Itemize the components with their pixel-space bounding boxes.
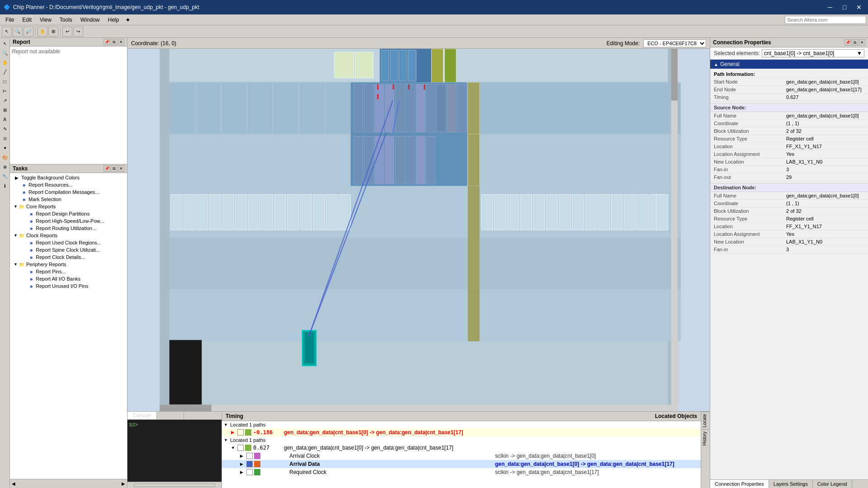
task-report-spine-clock[interactable]: ■ Report Spine Clock Utilizati... (10, 246, 127, 253)
tab-layers-settings[interactable]: Layers Settings (769, 480, 813, 488)
tb-hand[interactable]: ✋ (38, 27, 47, 37)
lt-route[interactable]: ╱ (0, 67, 9, 76)
lt-zoom[interactable]: 🔍 (0, 48, 9, 57)
console-tab[interactable]: Console (127, 412, 157, 419)
tb-redo[interactable]: ↪ (73, 27, 83, 37)
tab-color-legend[interactable]: Color Legend (813, 480, 852, 488)
menu-tools[interactable]: Tools (56, 16, 76, 24)
task-report-routing[interactable]: ■ Report Routing Utilization... (10, 225, 127, 232)
tb-undo[interactable]: ↩ (62, 27, 72, 37)
task-core-reports-folder[interactable]: ▼ 📁 Core Reports (10, 203, 127, 210)
general-section-header: ▲ General (710, 60, 868, 69)
timing-row-required-clock[interactable]: ▶ Required Clock sclkin -> gen_data:gen_… (222, 468, 701, 476)
tb-zoom-out[interactable]: 🔎 (24, 27, 33, 37)
tb-zoom-in[interactable]: 🔍 (13, 27, 23, 37)
task-report-clock-details[interactable]: ■ Report Clock Details... (10, 253, 127, 261)
chip-view[interactable] (127, 49, 710, 411)
timing-check-2[interactable] (237, 445, 244, 451)
lt-locate[interactable]: ⊕ (0, 162, 9, 171)
task-report-design-partitions[interactable]: ■ Report Design Partitions (10, 210, 127, 217)
task-mark-selection[interactable]: ■ Mark Selection (10, 196, 127, 203)
menu-edit[interactable]: Edit (19, 16, 35, 24)
timing-row-1[interactable]: ▶ -0.186 gen_data:gen_data|cnt_base1[0] … (222, 428, 701, 436)
search-input[interactable] (785, 16, 866, 24)
timing-row-2[interactable]: ▼ 0.627 gen_data:gen_data|cnt_base1[0] -… (222, 444, 701, 452)
tasks-scroll-left[interactable]: ◀ (12, 481, 15, 486)
svg-rect-71 (507, 194, 519, 230)
svg-rect-83 (656, 194, 668, 230)
clock-expand[interactable]: ▼ (14, 233, 18, 238)
lt-wire[interactable]: ⊢ (0, 86, 9, 95)
title-text: Chip Planner - D:/Document/Verilog/rgmii… (13, 4, 199, 10)
lt-measure[interactable]: ⊞ (0, 105, 9, 114)
editing-mode-select[interactable]: ECO - EP4CE6F17C8 (643, 39, 706, 47)
cp-float-btn[interactable]: ⧉ (852, 39, 858, 46)
tasks-scroll-right[interactable]: ▶ (122, 481, 125, 486)
history-tab[interactable]: History (157, 412, 184, 419)
tab-connection-properties[interactable]: Connection Properties (710, 480, 769, 488)
menu-view[interactable]: View (36, 16, 55, 24)
menu-window[interactable]: Window (77, 16, 104, 24)
lt-select[interactable]: ↖ (0, 39, 9, 48)
minimize-button[interactable]: ─ (825, 2, 835, 13)
task-report-compilation[interactable]: ■ Report Compilation Messages... (10, 188, 127, 196)
tasks-pin-btn[interactable]: 📌 (104, 165, 110, 172)
maximize-button[interactable]: □ (839, 2, 850, 13)
task-report-pins[interactable]: ■ Report Pins... (10, 268, 127, 275)
svg-rect-101 (671, 49, 678, 411)
periphery-expand[interactable]: ▼ (14, 262, 18, 267)
lt-highlight[interactable]: ✦ (0, 143, 9, 152)
cp-pin-btn[interactable]: 📌 (844, 39, 851, 46)
timing-section1[interactable]: ▼ Located 1 paths (222, 421, 701, 428)
task-report-all-io-banks[interactable]: ■ Report All I/O Banks (10, 275, 127, 282)
doc-icon-9: ■ (28, 254, 34, 260)
task-report-used-clock[interactable]: ■ Report Used Clock Regions... (10, 239, 127, 246)
timing-check-ac[interactable] (246, 453, 253, 459)
timing-row-arrival-data[interactable]: ▶ Arrival Data gen_data:gen_data|cnt_bas… (222, 460, 701, 468)
task-toggle-bg[interactable]: ▶ Toggle Background Colors (10, 174, 127, 181)
lt-color[interactable]: 🎨 (0, 153, 9, 162)
task-clock-reports-folder[interactable]: ▼ 📁 Clock Reports (10, 232, 127, 239)
report-float-btn[interactable]: ⧉ (111, 39, 117, 45)
lt-pan[interactable]: ✋ (0, 58, 9, 67)
svg-rect-61 (248, 194, 260, 230)
timing-row-arrival-clock[interactable]: ▶ Arrival Clock sclkin -> gen_data:gen_d… (222, 452, 701, 460)
task-report-high-speed[interactable]: ■ Report High-Speed/Low-Pow... (10, 217, 127, 225)
dest-node-header: Destination Node: (710, 183, 868, 192)
timing-check-1[interactable] (237, 429, 244, 436)
history-button[interactable]: History (701, 429, 710, 447)
core-expand[interactable]: ▼ (14, 204, 18, 209)
timing-check-rc[interactable] (246, 469, 253, 475)
svg-rect-31 (458, 84, 467, 132)
lt-place[interactable]: □ (0, 77, 9, 86)
lt-label[interactable]: A (0, 115, 9, 124)
timing-value: 0.627 (783, 94, 868, 101)
lt-edit[interactable]: ✎ (0, 124, 9, 133)
src-new-loc-value: LAB_X1_Y1_N0 (783, 158, 868, 166)
task-report-resources[interactable]: ■ Report Resources... (10, 181, 127, 188)
timing-section2[interactable]: ▼ Located 1 paths (222, 436, 701, 444)
dest-node-table: Full Name gen_data:gen_data|cnt_base1[0]… (710, 192, 868, 253)
report-close-btn[interactable]: ✕ (118, 39, 124, 45)
timing-check-ad[interactable] (246, 461, 253, 467)
lt-arrow[interactable]: ↗ (0, 96, 9, 105)
doc-icon-11: ■ (28, 276, 34, 282)
tasks-float-btn[interactable]: ⧉ (111, 165, 117, 172)
menu-help[interactable]: Help (104, 16, 123, 24)
task-report-unused-io-pins[interactable]: ■ Report Unused I/O Pins (10, 282, 127, 290)
report-pin-btn[interactable]: 📌 (104, 39, 110, 45)
menu-file[interactable]: File (2, 16, 18, 24)
lt-probe[interactable]: ⊙ (0, 134, 9, 143)
center-area: Coordinate: (16, 0) Editing Mode: ECO - … (127, 38, 710, 488)
tb-select[interactable]: ↖ (2, 27, 12, 37)
task-periphery-reports-folder[interactable]: ▼ 📁 Periphery Reports (10, 261, 127, 268)
selected-elements-dropdown[interactable]: cnt_base1[0] -> cnt_base1[0] ▼ (762, 49, 864, 57)
lt-info[interactable]: ℹ (0, 181, 9, 190)
locate-button[interactable]: Locate (701, 412, 710, 429)
close-button[interactable]: ✕ (854, 2, 864, 13)
tasks-close-btn[interactable]: ✕ (118, 165, 124, 172)
tb-fit[interactable]: ⊞ (48, 27, 58, 37)
src-fan-out-value: 29 (783, 174, 868, 181)
lt-wrench[interactable]: 🔧 (0, 172, 9, 181)
cp-close-btn[interactable]: ✕ (859, 39, 865, 46)
